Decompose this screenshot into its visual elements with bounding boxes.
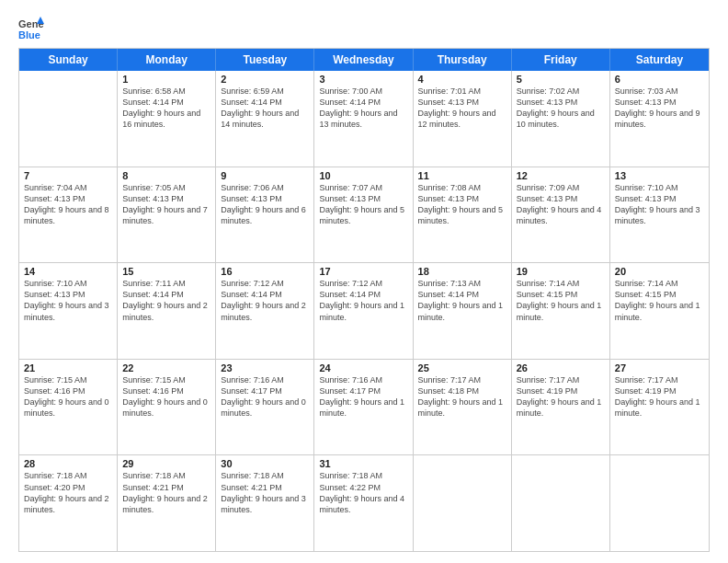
cell-info: Sunrise: 7:12 AMSunset: 4:14 PMDaylight:…: [221, 278, 309, 323]
day-number: 28: [24, 458, 112, 469]
cell-info: Sunrise: 7:18 AMSunset: 4:20 PMDaylight:…: [24, 470, 112, 515]
cell-info: Sunrise: 7:09 AMSunset: 4:13 PMDaylight:…: [517, 182, 605, 227]
calendar-day-cell: 10Sunrise: 7:07 AMSunset: 4:13 PMDayligh…: [314, 167, 413, 263]
calendar-week-row: 14Sunrise: 7:10 AMSunset: 4:13 PMDayligh…: [19, 263, 709, 360]
cell-info: Sunrise: 7:07 AMSunset: 4:13 PMDaylight:…: [319, 182, 407, 227]
day-number: 4: [418, 74, 506, 85]
cell-info: Sunrise: 7:14 AMSunset: 4:15 PMDaylight:…: [615, 278, 704, 323]
calendar-day-cell: 19Sunrise: 7:14 AMSunset: 4:15 PMDayligh…: [512, 263, 610, 359]
calendar-day-cell: 31Sunrise: 7:18 AMSunset: 4:22 PMDayligh…: [314, 455, 413, 551]
cell-info: Sunrise: 7:10 AMSunset: 4:13 PMDaylight:…: [24, 278, 112, 323]
calendar-day-cell: 13Sunrise: 7:10 AMSunset: 4:13 PMDayligh…: [610, 167, 709, 263]
cell-info: Sunrise: 6:59 AMSunset: 4:14 PMDaylight:…: [221, 86, 309, 131]
day-number: 1: [122, 74, 210, 85]
cell-info: Sunrise: 7:10 AMSunset: 4:13 PMDaylight:…: [615, 182, 704, 227]
calendar-day-cell: 4Sunrise: 7:01 AMSunset: 4:13 PMDaylight…: [414, 71, 512, 167]
day-number: 3: [319, 74, 407, 85]
calendar-day-cell: 25Sunrise: 7:17 AMSunset: 4:18 PMDayligh…: [414, 360, 512, 455]
cell-info: Sunrise: 7:16 AMSunset: 4:17 PMDaylight:…: [221, 374, 309, 419]
cell-info: Sunrise: 7:03 AMSunset: 4:13 PMDaylight:…: [615, 86, 704, 131]
day-number: 10: [319, 170, 407, 181]
cell-info: Sunrise: 7:02 AMSunset: 4:13 PMDaylight:…: [517, 86, 605, 131]
calendar-day-header: Wednesday: [314, 49, 413, 71]
day-number: 14: [24, 266, 112, 277]
day-number: 22: [122, 362, 210, 373]
cell-info: Sunrise: 7:14 AMSunset: 4:15 PMDaylight:…: [517, 278, 605, 323]
day-number: 30: [221, 458, 309, 469]
day-number: 31: [319, 458, 407, 469]
day-number: 19: [517, 266, 605, 277]
calendar-day-cell: 26Sunrise: 7:17 AMSunset: 4:19 PMDayligh…: [512, 360, 610, 455]
calendar-day-cell: [414, 455, 512, 551]
calendar-day-cell: 7Sunrise: 7:04 AMSunset: 4:13 PMDaylight…: [19, 167, 118, 263]
day-number: 21: [24, 362, 112, 373]
cell-info: Sunrise: 7:18 AMSunset: 4:21 PMDaylight:…: [221, 470, 309, 515]
day-number: 2: [221, 74, 309, 85]
calendar-day-cell: 29Sunrise: 7:18 AMSunset: 4:21 PMDayligh…: [118, 455, 216, 551]
calendar-body: 1Sunrise: 6:58 AMSunset: 4:14 PMDaylight…: [19, 71, 709, 551]
day-number: 16: [221, 266, 309, 277]
day-number: 24: [319, 362, 407, 373]
cell-info: Sunrise: 6:58 AMSunset: 4:14 PMDaylight:…: [122, 86, 210, 131]
calendar-week-row: 21Sunrise: 7:15 AMSunset: 4:16 PMDayligh…: [19, 360, 709, 456]
logo-svg: General Blue: [18, 15, 44, 44]
cell-info: Sunrise: 7:15 AMSunset: 4:16 PMDaylight:…: [24, 374, 112, 419]
day-number: 15: [122, 266, 210, 277]
cell-info: Sunrise: 7:08 AMSunset: 4:13 PMDaylight:…: [418, 182, 506, 227]
calendar-day-header: Saturday: [610, 49, 709, 71]
calendar-day-cell: 17Sunrise: 7:12 AMSunset: 4:14 PMDayligh…: [314, 263, 413, 359]
calendar-day-header: Thursday: [414, 49, 512, 71]
calendar-week-row: 1Sunrise: 6:58 AMSunset: 4:14 PMDaylight…: [19, 71, 709, 167]
calendar-day-cell: 22Sunrise: 7:15 AMSunset: 4:16 PMDayligh…: [118, 360, 216, 455]
calendar-day-header: Sunday: [19, 49, 118, 71]
day-number: 11: [418, 170, 506, 181]
cell-info: Sunrise: 7:04 AMSunset: 4:13 PMDaylight:…: [24, 182, 112, 227]
calendar-day-cell: 1Sunrise: 6:58 AMSunset: 4:14 PMDaylight…: [118, 71, 216, 167]
day-number: 25: [418, 362, 506, 373]
cell-info: Sunrise: 7:05 AMSunset: 4:13 PMDaylight:…: [122, 182, 210, 227]
calendar-day-cell: 12Sunrise: 7:09 AMSunset: 4:13 PMDayligh…: [512, 167, 610, 263]
day-number: 13: [615, 170, 704, 181]
page: General Blue SundayMondayTuesdayWednesda…: [0, 0, 728, 563]
day-number: 6: [615, 74, 704, 85]
calendar-day-cell: 16Sunrise: 7:12 AMSunset: 4:14 PMDayligh…: [216, 263, 314, 359]
cell-info: Sunrise: 7:18 AMSunset: 4:22 PMDaylight:…: [319, 470, 407, 515]
calendar-header: SundayMondayTuesdayWednesdayThursdayFrid…: [19, 49, 709, 71]
calendar-week-row: 28Sunrise: 7:18 AMSunset: 4:20 PMDayligh…: [19, 455, 709, 551]
day-number: 29: [122, 458, 210, 469]
calendar-day-cell: 18Sunrise: 7:13 AMSunset: 4:14 PMDayligh…: [414, 263, 512, 359]
calendar-day-cell: [19, 71, 118, 167]
calendar-day-cell: 3Sunrise: 7:00 AMSunset: 4:14 PMDaylight…: [314, 71, 413, 167]
calendar-day-cell: 24Sunrise: 7:16 AMSunset: 4:17 PMDayligh…: [314, 360, 413, 455]
calendar-day-cell: 6Sunrise: 7:03 AMSunset: 4:13 PMDaylight…: [610, 71, 709, 167]
calendar-day-cell: 2Sunrise: 6:59 AMSunset: 4:14 PMDaylight…: [216, 71, 314, 167]
cell-info: Sunrise: 7:01 AMSunset: 4:13 PMDaylight:…: [418, 86, 506, 131]
calendar-day-cell: 14Sunrise: 7:10 AMSunset: 4:13 PMDayligh…: [19, 263, 118, 359]
cell-info: Sunrise: 7:12 AMSunset: 4:14 PMDaylight:…: [319, 278, 407, 323]
calendar: SundayMondayTuesdayWednesdayThursdayFrid…: [18, 48, 710, 552]
cell-info: Sunrise: 7:17 AMSunset: 4:18 PMDaylight:…: [418, 374, 506, 419]
calendar-day-cell: [610, 455, 709, 551]
cell-info: Sunrise: 7:13 AMSunset: 4:14 PMDaylight:…: [418, 278, 506, 323]
cell-info: Sunrise: 7:17 AMSunset: 4:19 PMDaylight:…: [615, 374, 704, 419]
calendar-day-header: Tuesday: [216, 49, 314, 71]
calendar-day-cell: 15Sunrise: 7:11 AMSunset: 4:14 PMDayligh…: [118, 263, 216, 359]
cell-info: Sunrise: 7:06 AMSunset: 4:13 PMDaylight:…: [221, 182, 309, 227]
day-number: 17: [319, 266, 407, 277]
calendar-day-cell: 11Sunrise: 7:08 AMSunset: 4:13 PMDayligh…: [414, 167, 512, 263]
day-number: 5: [517, 74, 605, 85]
calendar-day-cell: 23Sunrise: 7:16 AMSunset: 4:17 PMDayligh…: [216, 360, 314, 455]
day-number: 8: [122, 170, 210, 181]
day-number: 20: [615, 266, 704, 277]
calendar-week-row: 7Sunrise: 7:04 AMSunset: 4:13 PMDaylight…: [19, 167, 709, 264]
calendar-day-cell: 28Sunrise: 7:18 AMSunset: 4:20 PMDayligh…: [19, 455, 118, 551]
header: General Blue: [18, 15, 710, 44]
calendar-day-header: Friday: [512, 49, 610, 71]
day-number: 26: [517, 362, 605, 373]
calendar-day-cell: 21Sunrise: 7:15 AMSunset: 4:16 PMDayligh…: [19, 360, 118, 455]
calendar-day-cell: 5Sunrise: 7:02 AMSunset: 4:13 PMDaylight…: [512, 71, 610, 167]
calendar-day-cell: 8Sunrise: 7:05 AMSunset: 4:13 PMDaylight…: [118, 167, 216, 263]
calendar-day-cell: [512, 455, 610, 551]
calendar-day-cell: 9Sunrise: 7:06 AMSunset: 4:13 PMDaylight…: [216, 167, 314, 263]
calendar-day-cell: 30Sunrise: 7:18 AMSunset: 4:21 PMDayligh…: [216, 455, 314, 551]
